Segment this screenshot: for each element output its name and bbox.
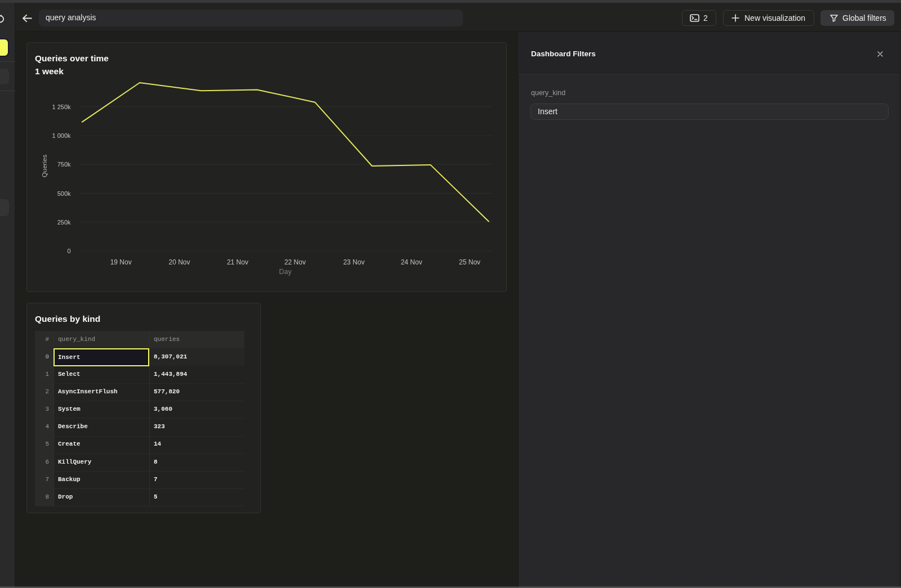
svg-text:20 Nov: 20 Nov xyxy=(168,258,190,266)
svg-text:500k: 500k xyxy=(57,190,71,197)
svg-text:Day: Day xyxy=(279,268,292,276)
svg-text:19 Nov: 19 Nov xyxy=(110,258,132,266)
svg-text:Queries over time: Queries over time xyxy=(35,53,109,63)
svg-text:25 Nov: 25 Nov xyxy=(459,258,480,266)
svg-text:750k: 750k xyxy=(57,161,71,168)
svg-text:1 250k: 1 250k xyxy=(52,104,71,110)
svg-text:24 Nov: 24 Nov xyxy=(401,258,422,266)
svg-text:1 week: 1 week xyxy=(35,66,64,76)
svg-text:250k: 250k xyxy=(57,219,71,226)
svg-text:1 000k: 1 000k xyxy=(52,132,71,139)
svg-text:0: 0 xyxy=(67,248,70,254)
svg-text:21 Nov: 21 Nov xyxy=(227,258,248,266)
svg-text:Queries: Queries xyxy=(41,155,48,178)
svg-text:23 Nov: 23 Nov xyxy=(343,258,364,266)
svg-text:22 Nov: 22 Nov xyxy=(284,258,306,266)
